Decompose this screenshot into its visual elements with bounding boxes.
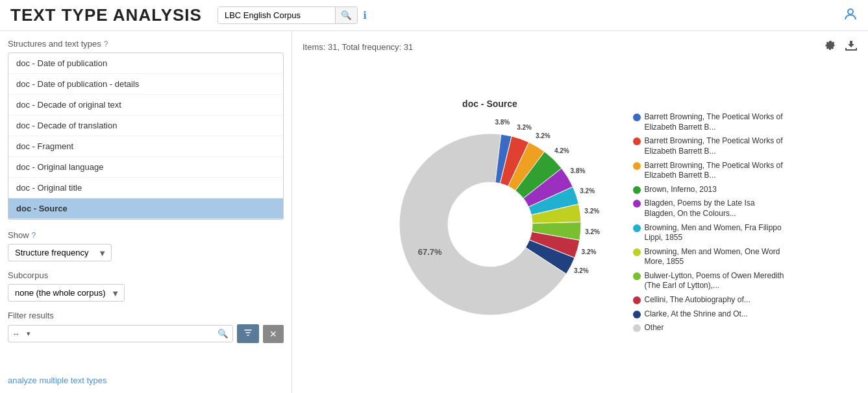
legend-text-0: Barrett Browning, The Poetical Works of … (645, 112, 787, 132)
legend-text-6: Browning, Men and Women, One Word More, … (645, 247, 787, 267)
top-bar: TEXT TYPE ANALYSIS 🔍 ℹ (0, 0, 868, 31)
structures-help-icon[interactable]: ? (104, 40, 108, 49)
left-panel: Structures and text types ? doc - Date o… (0, 31, 292, 393)
legend-dot-1 (633, 137, 641, 145)
legend-dot-9 (633, 311, 641, 318)
legend-text-2: Barrett Browning, The Poetical Works of … (645, 161, 787, 181)
structures-list: doc - Date of publicationdoc - Date of p… (8, 53, 284, 220)
legend-container: Barrett Browning, The Poetical Works of … (633, 112, 787, 333)
subcorpus-select-wrapper: none (the whole corpus) ▼ (8, 284, 125, 302)
svg-text:4.2%: 4.2% (554, 147, 569, 154)
svg-text:3.2%: 3.2% (580, 187, 595, 194)
legend-item-5: Browning, Men and Women, Fra Filippo Lip… (633, 223, 787, 243)
legend-text-5: Browning, Men and Women, Fra Filippo Lip… (645, 223, 787, 243)
subcorpus-label: Subcorpus (8, 270, 284, 280)
list-item-source[interactable]: doc - Source (8, 198, 283, 219)
legend-text-4: Blagden, Poems by the Late Isa Blagden, … (645, 198, 787, 219)
legend-item-1: Barrett Browning, The Poetical Works of … (633, 136, 787, 156)
right-header: Items: 31, Total frequency: 31 (303, 39, 858, 55)
main-content: Structures and text types ? doc - Date o… (0, 31, 868, 393)
legend-dot-0 (633, 113, 641, 121)
legend-item-10: Other (633, 323, 787, 333)
show-select[interactable]: Structure frequencyToken frequencyDocume… (8, 244, 112, 261)
chart-area: doc - Source 3.8%3.2%3.2%4.2%3.8%3.2%3.2… (303, 60, 858, 385)
filter-search-button[interactable]: 🔍 (214, 326, 232, 341)
svg-text:3.8%: 3.8% (570, 167, 585, 174)
donut-svg: 3.8%3.2%3.2%4.2%3.8%3.2%3.2%3.2%3.2%3.2%… (373, 114, 607, 335)
svg-text:3.2%: 3.2% (573, 267, 588, 274)
show-label: Show ? (8, 230, 284, 240)
filter-section: Filter results ↔ ▾ 🔍 ✕ (8, 311, 284, 343)
legend-text-8: Cellini, The Autobiography of... (645, 295, 750, 305)
search-input[interactable] (218, 7, 335, 23)
legend-text-10: Other (645, 323, 664, 333)
legend-dot-7 (633, 272, 641, 280)
legend-item-3: Brown, Inferno, 2013 (633, 185, 787, 195)
legend-item-0: Barrett Browning, The Poetical Works of … (633, 112, 787, 132)
search-wrapper: 🔍 (217, 6, 358, 24)
list-item-orig_title[interactable]: doc - Original title (8, 178, 283, 198)
structures-label: Structures and text types ? (8, 39, 284, 49)
analyze-link[interactable]: analyze multiple text types (8, 365, 284, 385)
legend-text-9: Clarke, At the Shrine and Ot... (645, 309, 748, 320)
legend-dot-5 (633, 224, 641, 232)
legend-dot-4 (633, 200, 641, 208)
legend-item-6: Browning, Men and Women, One Word More, … (633, 247, 787, 267)
subcorpus-section: Subcorpus none (the whole corpus) ▼ (8, 270, 284, 302)
legend-item-4: Blagden, Poems by the Late Isa Blagden, … (633, 198, 787, 219)
subcorpus-select[interactable]: none (the whole corpus) (8, 284, 125, 302)
gear-button[interactable] (824, 39, 837, 55)
legend-dot-3 (633, 186, 641, 194)
svg-text:67.7%: 67.7% (417, 246, 441, 256)
list-item-fragment[interactable]: doc - Fragment (8, 136, 283, 157)
filter-clear-button[interactable]: ✕ (263, 325, 284, 343)
filter-input-wrapper: ↔ ▾ 🔍 (8, 325, 233, 342)
app-title: TEXT TYPE ANALYSIS (10, 5, 202, 25)
filter-input[interactable] (33, 326, 214, 342)
user-button[interactable] (843, 6, 858, 24)
show-help-icon[interactable]: ? (32, 231, 36, 240)
svg-text:3.2%: 3.2% (535, 132, 550, 139)
filter-range-icon: ↔ (8, 327, 24, 341)
show-select-wrapper: Structure frequencyToken frequencyDocume… (8, 244, 112, 261)
svg-text:3.2%: 3.2% (581, 248, 596, 255)
filter-label: Filter results (8, 311, 284, 320)
svg-text:3.8%: 3.8% (495, 118, 510, 125)
legend-dot-2 (633, 162, 641, 170)
list-item-date_pub[interactable]: doc - Date of publication (8, 53, 283, 74)
show-section: Show ? Structure frequencyToken frequenc… (8, 230, 284, 261)
list-item-date_pub_details[interactable]: doc - Date of publication - details (8, 74, 283, 95)
stats-text: Items: 31, Total frequency: 31 (303, 42, 413, 52)
app-container: TEXT TYPE ANALYSIS 🔍 ℹ Structures and te… (0, 0, 868, 393)
svg-text:3.2%: 3.2% (517, 123, 532, 130)
svg-text:3.2%: 3.2% (585, 228, 600, 235)
donut-chart: 3.8%3.2%3.2%4.2%3.8%3.2%3.2%3.2%3.2%3.2%… (373, 114, 607, 348)
legend-item-7: Bulwer-Lytton, Poems of Owen Meredith (T… (633, 271, 787, 291)
filter-chevron-icon[interactable]: ▾ (24, 327, 33, 340)
filter-row: ↔ ▾ 🔍 ✕ (8, 324, 284, 343)
legend-dot-6 (633, 248, 641, 256)
chart-title: doc - Source (462, 99, 517, 109)
legend-item-9: Clarke, At the Shrine and Ot... (633, 309, 787, 320)
legend-text-3: Brown, Inferno, 2013 (645, 185, 717, 195)
legend-item-2: Barrett Browning, The Poetical Works of … (633, 161, 787, 181)
legend-text-7: Bulwer-Lytton, Poems of Owen Meredith (T… (645, 271, 787, 291)
svg-point-0 (848, 9, 853, 14)
search-button[interactable]: 🔍 (335, 7, 357, 23)
legend-item-8: Cellini, The Autobiography of... (633, 295, 787, 305)
list-item-decade_orig[interactable]: doc - Decade of original text (8, 95, 283, 115)
legend-dot-10 (633, 324, 641, 332)
legend-dot-8 (633, 296, 641, 304)
legend-text-1: Barrett Browning, The Poetical Works of … (645, 136, 787, 156)
svg-text:3.2%: 3.2% (584, 207, 599, 214)
right-icons (824, 39, 858, 55)
list-item-orig_lang[interactable]: doc - Original language (8, 157, 283, 178)
filter-action-button[interactable] (237, 324, 259, 343)
download-button[interactable] (845, 39, 858, 55)
list-item-decade_trans[interactable]: doc - Decade of translation (8, 115, 283, 136)
info-button[interactable]: ℹ (363, 9, 367, 21)
right-panel: Items: 31, Total frequency: 31 (292, 31, 868, 393)
